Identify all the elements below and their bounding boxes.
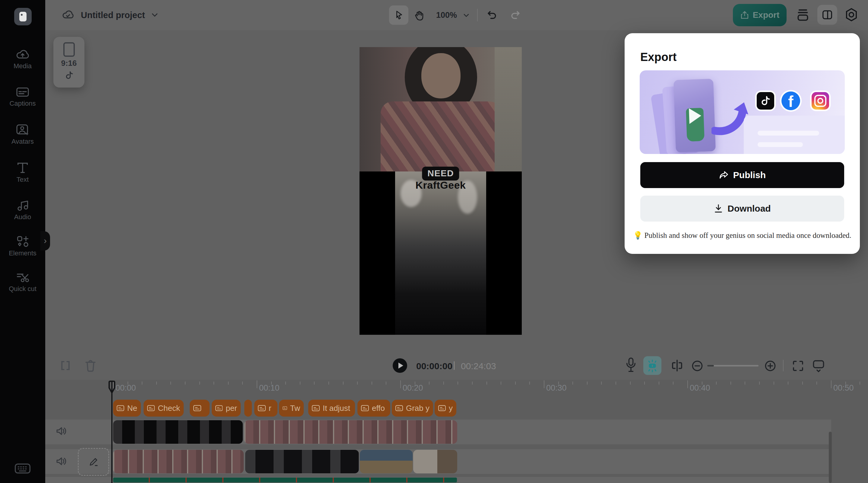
zoom-level[interactable]: 100% bbox=[436, 0, 457, 30]
left-sidebar: Media Captions Avatars Text Audio Elemen… bbox=[0, 0, 45, 483]
timeline-scrollbar[interactable] bbox=[829, 432, 832, 483]
caption-clip[interactable]: Grab y bbox=[392, 400, 433, 417]
settings-gear-icon[interactable] bbox=[844, 7, 859, 23]
ruler-label: 00:10 bbox=[259, 383, 280, 393]
aspect-ratio-value: 9:16 bbox=[53, 59, 85, 68]
caption-clip[interactable]: r bbox=[254, 400, 277, 417]
export-illustration: f bbox=[640, 70, 845, 154]
video-clip[interactable] bbox=[244, 420, 457, 444]
text-icon bbox=[16, 162, 29, 174]
caption-clip[interactable]: It adjust bbox=[308, 400, 355, 417]
export-button[interactable]: Export bbox=[733, 4, 786, 26]
caption-clip[interactable] bbox=[190, 400, 210, 417]
quick-cut-icon bbox=[16, 272, 30, 283]
sidebar-item-avatars[interactable]: Avatars bbox=[0, 124, 45, 145]
play-icon bbox=[398, 363, 403, 369]
split-clip-button[interactable] bbox=[59, 359, 72, 372]
video-clip[interactable] bbox=[245, 450, 359, 473]
video-clip[interactable] bbox=[113, 420, 243, 444]
render-queue-icon[interactable] bbox=[796, 8, 809, 22]
video-clip[interactable] bbox=[360, 450, 412, 473]
download-icon bbox=[714, 204, 723, 214]
zoom-in-button[interactable] bbox=[764, 360, 776, 372]
project-menu-chevron-icon[interactable] bbox=[151, 13, 158, 17]
auto-captions-button[interactable] bbox=[643, 356, 661, 375]
sidebar-item-audio[interactable]: Audio bbox=[0, 199, 45, 221]
export-note: 💡 Publish and show off your genius on so… bbox=[625, 231, 860, 240]
timeline[interactable]: 00:00 00:10 00:20 00:30 00:40 00:50 Ne C… bbox=[45, 380, 868, 483]
download-button-label: Download bbox=[727, 203, 771, 214]
video-frame-top bbox=[360, 47, 522, 171]
timeline-zoom-slider-fill bbox=[707, 365, 714, 367]
sidebar-item-media[interactable]: Media bbox=[0, 48, 45, 70]
video-editor-app: Untitled project 100% Export bbox=[0, 0, 868, 483]
redo-button[interactable] bbox=[510, 9, 521, 20]
caption-clip[interactable]: Tw bbox=[279, 400, 304, 417]
voiceover-mic-button[interactable] bbox=[625, 357, 637, 373]
publish-button[interactable]: Publish bbox=[640, 162, 844, 188]
magic-captions-icon bbox=[646, 359, 659, 372]
sidebar-item-elements[interactable]: Elements bbox=[0, 235, 45, 257]
panel-expand-tab[interactable]: › bbox=[40, 231, 50, 251]
caption-clip[interactable]: Check bbox=[144, 400, 184, 417]
playhead-handle[interactable] bbox=[107, 380, 116, 394]
instagram-icon bbox=[812, 92, 829, 110]
video-clip[interactable] bbox=[113, 450, 244, 473]
caption-clip[interactable]: Ne bbox=[113, 400, 141, 417]
select-tool-button[interactable] bbox=[389, 5, 408, 25]
zoom-chevron-icon[interactable] bbox=[463, 13, 469, 17]
timeline-zoom-slider[interactable] bbox=[707, 365, 758, 367]
export-modal-title: Export bbox=[640, 51, 677, 64]
keyboard-shortcuts-icon[interactable] bbox=[14, 462, 31, 475]
transport-divider bbox=[783, 360, 783, 371]
delete-clip-button[interactable] bbox=[84, 359, 97, 372]
publish-share-icon bbox=[719, 170, 729, 180]
overlay-text-badge: NEED bbox=[422, 167, 459, 180]
cloud-sync-icon bbox=[62, 9, 74, 21]
caption-clip[interactable]: effo bbox=[358, 400, 390, 417]
ruler-label: 00:30 bbox=[546, 383, 567, 393]
video-frame-bottom bbox=[360, 171, 522, 335]
tiktok-note-icon bbox=[65, 70, 73, 81]
elements-icon bbox=[16, 235, 29, 248]
track-2-mute-button[interactable] bbox=[56, 456, 67, 467]
tiktok-icon bbox=[757, 92, 774, 110]
caption-clip[interactable] bbox=[244, 400, 252, 417]
placeholder-line bbox=[757, 142, 803, 147]
caption-clip[interactable]: y bbox=[435, 400, 456, 417]
top-bar: Untitled project 100% Export bbox=[45, 0, 868, 30]
project-title[interactable]: Untitled project bbox=[81, 0, 145, 30]
video-clip[interactable] bbox=[413, 450, 457, 473]
export-modal: Export f Publish bbox=[625, 33, 860, 254]
playhead[interactable] bbox=[111, 381, 113, 483]
ruler-label: 00:20 bbox=[403, 383, 423, 393]
video-thumbnail-card bbox=[674, 79, 716, 152]
caption-clip[interactable]: per bbox=[212, 400, 241, 417]
media-cloud-icon bbox=[16, 48, 30, 60]
track-1-mute-button[interactable] bbox=[56, 426, 67, 436]
split-at-playhead-button[interactable] bbox=[670, 359, 684, 372]
placeholder-line bbox=[757, 131, 819, 136]
preview-display-button[interactable] bbox=[812, 359, 825, 373]
overlay-brand-text: KraftGeek bbox=[415, 179, 466, 191]
portrait-frame-icon bbox=[63, 42, 75, 57]
zoom-out-button[interactable] bbox=[691, 360, 703, 372]
hand-tool-button[interactable] bbox=[414, 10, 425, 21]
play-button[interactable] bbox=[393, 358, 407, 373]
download-button[interactable]: Download bbox=[640, 196, 844, 222]
ruler-label: 00:50 bbox=[833, 383, 854, 393]
play-triangle-icon bbox=[689, 108, 702, 124]
toggle-panel-button[interactable] bbox=[817, 5, 837, 25]
undo-button[interactable] bbox=[486, 9, 498, 20]
edit-track-button[interactable] bbox=[78, 448, 109, 476]
sidebar-item-captions[interactable]: Captions bbox=[0, 86, 45, 107]
pencil-icon bbox=[88, 457, 99, 467]
video-preview[interactable]: NEED KraftGeek bbox=[360, 47, 522, 335]
aspect-ratio-chip[interactable]: 9:16 bbox=[53, 37, 85, 88]
sidebar-item-quick-cut[interactable]: Quick cut bbox=[0, 272, 45, 292]
sidebar-item-text[interactable]: Text bbox=[0, 162, 45, 183]
audio-waveform-clip[interactable] bbox=[113, 478, 457, 482]
ruler-label: 00:00 bbox=[116, 383, 136, 393]
fullscreen-button[interactable] bbox=[792, 360, 804, 372]
audio-note-icon bbox=[16, 199, 29, 211]
